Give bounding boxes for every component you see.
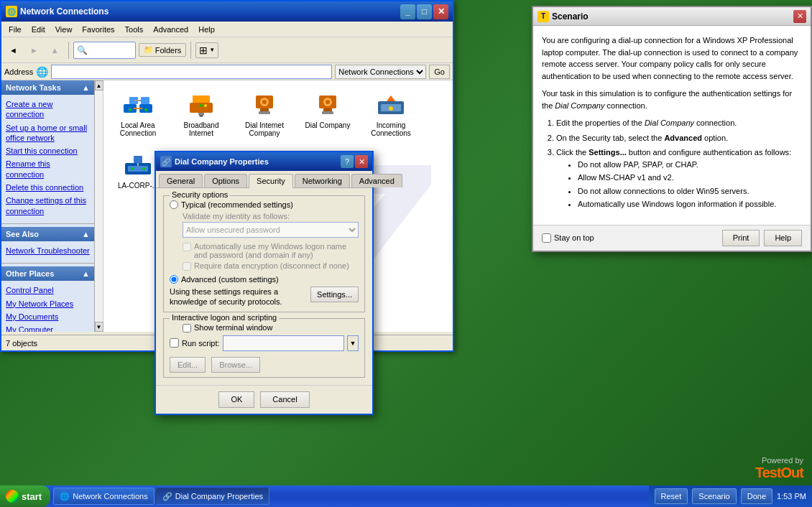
help-button[interactable]: Help: [764, 230, 802, 246]
svg-point-32: [131, 167, 134, 170]
tab-advanced[interactable]: Advanced: [351, 174, 402, 187]
see-also-label: See Also: [6, 230, 39, 238]
scenario-footer: Stay on top Print Help: [533, 225, 811, 251]
back-button[interactable]: ◄: [4, 40, 22, 60]
setup-home-link[interactable]: Set up a home or small office network: [6, 121, 90, 145]
dial-company-label: Dial Company: [305, 121, 351, 129]
nc-titlebar: 🌐 Network Connections _ □ ✕: [1, 1, 453, 22]
search-area[interactable]: 🔍 Search: [73, 42, 136, 59]
auto-windows-checkbox[interactable]: [183, 243, 191, 251]
scroll-down[interactable]: ▼: [95, 322, 103, 332]
la-corp-icon: [121, 150, 155, 179]
tab-general[interactable]: General: [159, 174, 203, 187]
search-input[interactable]: Search: [89, 46, 132, 55]
rename-connection-link[interactable]: Rename this connection: [6, 157, 90, 181]
other-places-header[interactable]: Other Places ▲: [1, 266, 94, 281]
show-terminal-checkbox[interactable]: [183, 324, 191, 332]
done-button[interactable]: Done: [741, 488, 772, 504]
menu-edit[interactable]: Edit: [27, 24, 50, 35]
dialog-footer: OK Cancel: [156, 385, 372, 414]
address-input[interactable]: Network Connections: [51, 65, 332, 79]
scenario-close-button[interactable]: ✕: [793, 10, 806, 23]
typical-radio[interactable]: [170, 200, 178, 209]
nc-addressbar: Address 🌐 Network Connections Network Co…: [1, 63, 453, 80]
browse-button[interactable]: Browse...: [211, 357, 260, 373]
script-path-input[interactable]: [223, 335, 344, 351]
address-dropdown[interactable]: Network Connections: [335, 65, 426, 79]
dialog-title: Dial Company Properties: [175, 157, 338, 166]
edit-button[interactable]: Edit...: [170, 357, 206, 373]
ok-button[interactable]: OK: [218, 391, 254, 408]
dial-company-italic: Dial Company: [555, 101, 604, 110]
change-settings-link[interactable]: Change settings of this connection: [6, 194, 90, 218]
folders-button[interactable]: 📁 Folders: [139, 43, 187, 57]
list-item[interactable]: Broadband Internet: [172, 86, 230, 141]
settings-btn-row: Using these settings requires a knowledg…: [170, 287, 359, 307]
delete-connection-link[interactable]: Delete this connection: [6, 181, 90, 194]
password-type-select[interactable]: Allow unsecured password: [183, 222, 359, 238]
dialog-help-button[interactable]: ?: [341, 155, 354, 168]
up-button[interactable]: ▲: [46, 40, 64, 60]
dialog-titlebar-buttons: ? ✕: [341, 155, 368, 168]
menu-help[interactable]: Help: [194, 24, 219, 35]
reset-button[interactable]: Reset: [655, 488, 688, 504]
start-connection-link[interactable]: Start this connection: [6, 144, 90, 157]
list-item[interactable]: Local Area Connection: [109, 86, 167, 141]
nc-minimize-button[interactable]: _: [400, 4, 415, 19]
scroll-up[interactable]: ▲: [95, 80, 103, 90]
list-item[interactable]: Dial Internet Company: [236, 86, 293, 141]
address-icon: 🌐: [36, 66, 48, 78]
list-item[interactable]: Incoming Connections: [362, 86, 420, 141]
nc-titlebar-buttons: _ □ ✕: [400, 4, 448, 19]
broadband-icon: [184, 90, 218, 118]
my-network-places-link[interactable]: My Network Places: [6, 297, 90, 310]
script-dropdown-btn[interactable]: ▼: [347, 335, 359, 351]
advanced-radio[interactable]: [170, 275, 178, 284]
menu-favorites[interactable]: Favorites: [78, 24, 119, 35]
nc-maximize-button[interactable]: □: [417, 4, 432, 19]
menu-advanced[interactable]: Advanced: [149, 24, 193, 35]
left-panel-scrollbar[interactable]: ▲ ▼: [95, 80, 103, 332]
list-item[interactable]: Dial Company: [299, 86, 356, 141]
start-button[interactable]: start: [0, 485, 50, 507]
my-documents-link[interactable]: My Documents: [6, 310, 90, 323]
dialog-tabs: General Options Security Networking Adva…: [156, 171, 372, 188]
scenario-button[interactable]: Scenario: [692, 488, 736, 504]
typical-radio-label[interactable]: Typical (recommended settings): [181, 200, 293, 209]
taskbar-tray: Reset Scenario Done 1:53 PM: [649, 485, 812, 507]
la-corp-label: LA-CORP-...: [118, 182, 158, 190]
cancel-button[interactable]: Cancel: [260, 391, 309, 408]
dialog-close-button[interactable]: ✕: [355, 155, 368, 168]
settings-button[interactable]: Settings...: [310, 287, 359, 302]
svg-point-13: [204, 104, 207, 107]
see-also-header[interactable]: See Also ▲: [1, 227, 94, 241]
taskbar-item-dial[interactable]: 🔗 Dial Company Properties: [156, 488, 269, 505]
network-tasks-header[interactable]: Network Tasks ▲: [1, 80, 94, 95]
menu-file[interactable]: File: [4, 24, 26, 35]
scenario-title-icon: T: [538, 11, 549, 22]
views-button[interactable]: ⊞ ▼: [195, 42, 218, 58]
stay-on-top-checkbox[interactable]: [542, 233, 551, 243]
control-panel-link[interactable]: Control Panel: [6, 284, 90, 297]
run-script-checkbox[interactable]: [170, 338, 179, 348]
print-button[interactable]: Print: [722, 230, 760, 246]
advanced-radio-label[interactable]: Advanced (custom settings): [181, 275, 279, 284]
network-troubleshooter-link[interactable]: Network Troubleshooter: [6, 244, 90, 257]
go-button[interactable]: Go: [429, 65, 450, 79]
taskbar-item-nc[interactable]: 🌐 Network Connections: [53, 488, 154, 505]
toolbar-sep1: [68, 42, 69, 59]
scenario-step-3: Click the Settings... button and configu…: [556, 146, 802, 210]
menu-tools[interactable]: Tools: [121, 24, 148, 35]
create-connection-link[interactable]: Create a new connection: [6, 98, 90, 121]
scenario-step-2: On the Security tab, select the Advanced…: [556, 132, 802, 144]
require-encryption-checkbox[interactable]: [183, 262, 191, 271]
menu-view[interactable]: View: [51, 24, 77, 35]
tab-security[interactable]: Security: [249, 174, 293, 188]
auto-windows-label: Automatically use my Windows logon name …: [194, 242, 359, 259]
my-computer-link[interactable]: My Computer: [6, 323, 90, 332]
tab-networking[interactable]: Networking: [295, 174, 350, 187]
nc-close-button[interactable]: ✕: [433, 4, 448, 19]
tab-options[interactable]: Options: [204, 174, 247, 187]
dialog-icon: 🔗: [160, 156, 172, 167]
forward-button[interactable]: ►: [25, 40, 43, 60]
